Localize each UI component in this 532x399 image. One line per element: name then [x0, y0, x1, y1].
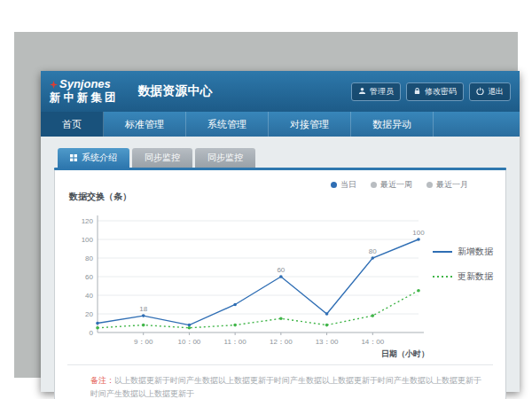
logout-label: 退出: [488, 86, 504, 98]
svg-text:120: 120: [82, 217, 94, 225]
svg-text:13：00: 13：00: [316, 338, 339, 346]
user-icon: [358, 87, 366, 97]
tab-sync-monitor-2[interactable]: 同步监控: [195, 148, 255, 168]
svg-text:10：00: 10：00: [178, 338, 201, 346]
series-line-sample-icon: [432, 272, 453, 281]
svg-text:12：00: 12：00: [270, 338, 293, 346]
chart-panel: 当日 最近一周 最近一月 数据交换（条） 0204060801001209：00…: [54, 170, 506, 399]
brand-star-icon: [50, 81, 58, 89]
svg-text:20: 20: [85, 310, 93, 318]
filter-label: 最近一周: [380, 179, 412, 191]
nav-item-system-mgmt[interactable]: 系统管理: [186, 112, 269, 137]
svg-text:18: 18: [139, 305, 147, 313]
series-legend-item[interactable]: 更新数据: [432, 270, 493, 283]
filter-label: 当日: [340, 179, 356, 191]
brand-logo: Synjones 新中新集团: [50, 78, 119, 104]
series-line-sample-icon: [432, 247, 453, 256]
content-area: 系统介绍 同步监控 同步监控 当日 最近一: [41, 137, 520, 392]
lock-icon: [413, 87, 421, 97]
svg-text:9：00: 9：00: [134, 338, 153, 346]
user-actions: 管理员 修改密码 退出: [351, 82, 511, 101]
brand-text: Synjones: [59, 78, 111, 91]
change-password-button[interactable]: 修改密码: [406, 82, 464, 101]
svg-text:14：00: 14：00: [361, 338, 384, 346]
power-icon: [476, 87, 484, 97]
svg-text:日期（小时）: 日期（小时）: [381, 349, 425, 358]
filter-label: 最近一月: [436, 179, 468, 191]
company-name: 新中新集团: [50, 91, 119, 104]
grid-icon: [70, 153, 77, 163]
admin-user-button[interactable]: 管理员: [351, 82, 401, 101]
legend-dot-icon: [371, 182, 377, 188]
main-nav: 首页 标准管理 系统管理 对接管理 数据异动: [41, 112, 520, 137]
tab-label: 同步监控: [145, 152, 180, 164]
footnote-text: 以上数据更新于时间产生数据以上数据更新于时间产生数据以上数据更新于时间产生数据以…: [90, 376, 481, 398]
nav-item-standard-mgmt[interactable]: 标准管理: [104, 112, 186, 137]
legend-dot-icon: [426, 182, 433, 188]
tabs-bar: 系统介绍 同步监控 同步监控: [54, 148, 506, 168]
series-legend-label: 新增数据: [458, 246, 493, 258]
tab-sync-monitor-1[interactable]: 同步监控: [132, 148, 192, 168]
tab-system-intro[interactable]: 系统介绍: [58, 148, 129, 168]
footnote: 备注：以上数据更新于时间产生数据以上数据更新于时间产生数据以上数据更新于时间产生…: [67, 364, 493, 399]
nav-item-home[interactable]: 首页: [41, 112, 104, 137]
app-window: Synjones 新中新集团 数据资源中心 管理员 修改密码: [41, 71, 520, 392]
desktop-backdrop: Synjones 新中新集团 数据资源中心 管理员 修改密码: [14, 32, 518, 378]
page-title: 数据资源中心: [138, 83, 213, 99]
logout-button[interactable]: 退出: [469, 82, 511, 101]
svg-text:80: 80: [85, 254, 93, 262]
top-header: Synjones 新中新集团 数据资源中心 管理员 修改密码: [41, 71, 520, 112]
series-legend-item[interactable]: 新增数据: [432, 246, 493, 258]
svg-text:60: 60: [85, 273, 93, 281]
filter-today[interactable]: 当日: [331, 179, 356, 191]
series-legend: 新增数据更新数据: [432, 246, 493, 283]
nav-item-integration-mgmt[interactable]: 对接管理: [269, 112, 351, 137]
chart-filter-legend: 当日 最近一周 最近一月: [67, 179, 468, 191]
svg-text:100: 100: [82, 236, 94, 244]
tab-label: 同步监控: [207, 152, 243, 164]
svg-text:60: 60: [277, 266, 285, 274]
brand-name: Synjones: [50, 78, 119, 91]
filter-last-week[interactable]: 最近一周: [371, 179, 412, 191]
series-legend-label: 更新数据: [458, 270, 493, 283]
legend-dot-icon: [331, 182, 337, 188]
tab-label: 系统介绍: [82, 152, 117, 164]
change-password-label: 修改密码: [425, 86, 457, 98]
svg-text:100: 100: [412, 229, 425, 237]
filter-last-month[interactable]: 最近一月: [426, 179, 468, 191]
admin-user-label: 管理员: [370, 86, 394, 98]
chart-row: 0204060801001209：0010：0011：0012：0013：001…: [67, 205, 493, 361]
footnote-prefix: 备注：: [90, 376, 114, 385]
svg-text:80: 80: [369, 247, 377, 255]
line-chart: 0204060801001209：0010：0011：0012：0013：001…: [67, 205, 425, 361]
svg-text:0: 0: [90, 329, 94, 337]
y-axis-title: 数据交换（条）: [69, 191, 493, 203]
nav-item-data-change[interactable]: 数据异动: [351, 112, 434, 137]
svg-text:11：00: 11：00: [224, 338, 247, 346]
svg-text:40: 40: [85, 292, 93, 300]
